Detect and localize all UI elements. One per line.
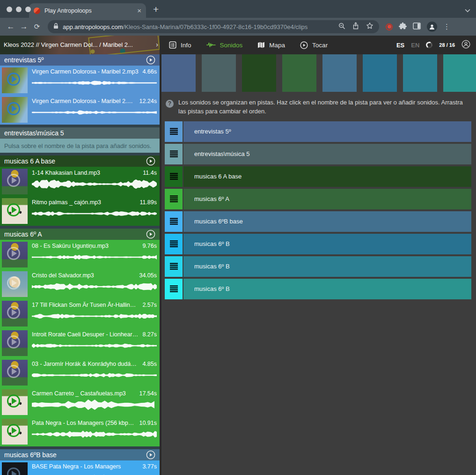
browser-menu-icon[interactable]: ⋮: [443, 22, 450, 31]
track-drag-handle[interactable]: [165, 256, 183, 277]
clip-waveform[interactable]: [32, 398, 157, 412]
clip-item[interactable]: 1-14 Khakasian Land.mp311.4s: [0, 167, 160, 196]
track-swatch[interactable]: [161, 54, 196, 92]
clip-name[interactable]: Ritmo palmas _ cajón.mp3: [32, 199, 101, 206]
clip-item[interactable]: Virgen Carmen Dolorosa - Maribel 2.mp34.…: [0, 66, 160, 95]
clip-name[interactable]: Pata Negra - Los Managers (256 kbps).mp3: [32, 420, 135, 426]
clip-waveform[interactable]: [32, 207, 157, 221]
track-row-name-button[interactable]: musicas 6º B: [183, 256, 471, 277]
track-drag-handle[interactable]: [165, 144, 183, 164]
section-header[interactable]: musicas 6 A base: [0, 156, 160, 167]
track-swatch[interactable]: [363, 54, 397, 92]
clip-item[interactable]: Ritmo palmas _ cajón.mp311.89s: [0, 196, 160, 226]
clip-name[interactable]: Carmen Carreto _ Castañuelas.mp3: [32, 390, 126, 397]
clip-thumbnail[interactable]: [2, 419, 28, 445]
tab-tocar[interactable]: Tocar: [300, 41, 328, 49]
section-play-button[interactable]: [146, 450, 155, 460]
clip-thumbnail[interactable]: [2, 97, 28, 123]
clip-name[interactable]: Virgen Carmen Dolorosa - Maribel 2.mp3: [32, 98, 135, 104]
tab-mapa[interactable]: Mapa: [257, 42, 285, 49]
zoom-icon[interactable]: [338, 22, 345, 31]
clip-name[interactable]: 1-14 Khakasian Land.mp3: [32, 170, 100, 176]
window-close-button[interactable]: [7, 7, 12, 12]
clip-thumbnail[interactable]: [2, 198, 28, 224]
track-drag-handle[interactable]: [165, 234, 183, 254]
tab-sonidos[interactable]: Sonidos: [206, 42, 243, 49]
clip-thumbnail[interactable]: [2, 330, 28, 356]
lang-en-button[interactable]: EN: [411, 42, 419, 49]
clip-waveform[interactable]: [32, 250, 157, 264]
track-swatch[interactable]: [242, 54, 276, 92]
clip-name[interactable]: Introit Rorate Caeli Desuper - Lionheart…: [32, 331, 139, 338]
clip-waveform[interactable]: [32, 177, 157, 191]
clip-name[interactable]: Virgen Carmen Dolorosa - Maribel 2.mp3: [32, 68, 139, 75]
track-drag-handle[interactable]: [165, 189, 183, 209]
clip-waveform[interactable]: [32, 76, 157, 90]
clip-thumbnail[interactable]: [2, 360, 28, 386]
section-header[interactable]: entrevistas\música 5: [0, 127, 160, 139]
clip-thumbnail[interactable]: [2, 389, 28, 415]
clip-thumbnail[interactable]: [2, 242, 28, 267]
section-header[interactable]: musicas 6ºB base: [0, 449, 160, 460]
tab-search-chevron-icon[interactable]: [465, 6, 470, 15]
clip-thumbnail[interactable]: [2, 462, 28, 475]
window-minimize-button[interactable]: [16, 7, 22, 12]
bookmark-star-icon[interactable]: [366, 22, 373, 31]
clip-item[interactable]: 17 Till Flickan Som Är Tusen År-Halling …: [0, 299, 160, 328]
browser-tab[interactable]: Play Antropoloops ×: [29, 3, 146, 18]
extensions-puzzle-icon[interactable]: [399, 22, 407, 32]
track-row-name-button[interactable]: musicas 6ºB base: [183, 211, 471, 232]
clip-name[interactable]: 03 - Jaromír Horák & Konrádyho dudácká .…: [32, 361, 139, 367]
account-icon[interactable]: [461, 40, 470, 51]
clip-waveform[interactable]: [32, 368, 157, 382]
clip-name[interactable]: Cristo del Salvador.mp3: [32, 272, 94, 279]
browser-profile-avatar[interactable]: [427, 22, 437, 32]
side-panel-icon[interactable]: [413, 22, 421, 31]
clip-waveform[interactable]: [32, 280, 157, 294]
track-row-name-button[interactable]: entrevistas 5º: [183, 121, 471, 142]
clip-waveform[interactable]: [32, 105, 157, 119]
clip-name[interactable]: BASE Pata Negra - Los Managers: [32, 463, 121, 470]
clip-item[interactable]: Pata Negra - Los Managers (256 kbps).mp3…: [0, 417, 160, 446]
new-tab-button[interactable]: +: [153, 4, 159, 15]
record-extension-icon[interactable]: [386, 23, 393, 30]
clip-item[interactable]: 08 - Es Sakūru Uguntiņu.mp39.76s: [0, 240, 160, 269]
back-button[interactable]: ←: [5, 22, 17, 31]
clip-name[interactable]: 08 - Es Sakūru Uguntiņu.mp3: [32, 243, 109, 249]
section-header[interactable]: entrevistas 5º: [0, 54, 160, 66]
address-bar[interactable]: app.antropoloops.com/Kleos-Santa-Marina/…: [48, 20, 379, 33]
clip-item[interactable]: Cristo del Salvador.mp334.05s: [0, 269, 160, 299]
track-swatch[interactable]: [202, 54, 236, 92]
clip-item[interactable]: Carmen Carreto _ Castañuelas.mp317.54s: [0, 387, 160, 417]
section-header[interactable]: musicas 6º A: [0, 229, 160, 240]
forward-button[interactable]: →: [18, 22, 30, 31]
clip-waveform[interactable]: [32, 339, 157, 353]
breadcrumb-map-strip[interactable]: Kleos 2022 // Virgen Carmen Dol... / Mar…: [0, 36, 160, 54]
breadcrumb-chevron-icon[interactable]: ›: [156, 41, 158, 48]
clip-thumbnail[interactable]: [2, 271, 28, 297]
track-swatch[interactable]: [443, 54, 476, 92]
section-play-button[interactable]: [146, 230, 155, 239]
track-drag-handle[interactable]: [165, 166, 183, 187]
track-row-name-button[interactable]: musicas 6º A: [183, 189, 471, 209]
clip-item[interactable]: Virgen Carmen Dolorosa - Maribel 2.mp312…: [0, 95, 160, 125]
empty-track-message[interactable]: Pulsa sobre el nombre de la pista para a…: [0, 139, 160, 153]
track-swatch[interactable]: [322, 54, 357, 92]
track-drag-handle[interactable]: [165, 279, 183, 299]
window-zoom-button[interactable]: [25, 7, 31, 12]
track-drag-handle[interactable]: [165, 211, 183, 232]
clip-thumbnail[interactable]: [2, 169, 28, 194]
clip-thumbnail[interactable]: [2, 67, 28, 93]
reload-button[interactable]: ⟳: [31, 22, 43, 31]
tab-info[interactable]: Info: [169, 41, 191, 49]
track-row-name-button[interactable]: entrevistas\música 5: [183, 144, 471, 164]
track-drag-handle[interactable]: [165, 121, 183, 142]
clip-thumbnail[interactable]: [2, 301, 28, 327]
lang-es-button[interactable]: ES: [396, 42, 404, 49]
section-play-button[interactable]: [146, 156, 155, 166]
clip-item[interactable]: BASE Pata Negra - Los Managers3.77s: [0, 460, 160, 475]
clip-item[interactable]: 03 - Jaromír Horák & Konrádyho dudácká .…: [0, 358, 160, 387]
clip-waveform[interactable]: [32, 471, 157, 475]
clip-name[interactable]: 17 Till Flickan Som Är Tusen År-Halling …: [32, 302, 139, 308]
tab-close-icon[interactable]: ×: [137, 7, 141, 14]
